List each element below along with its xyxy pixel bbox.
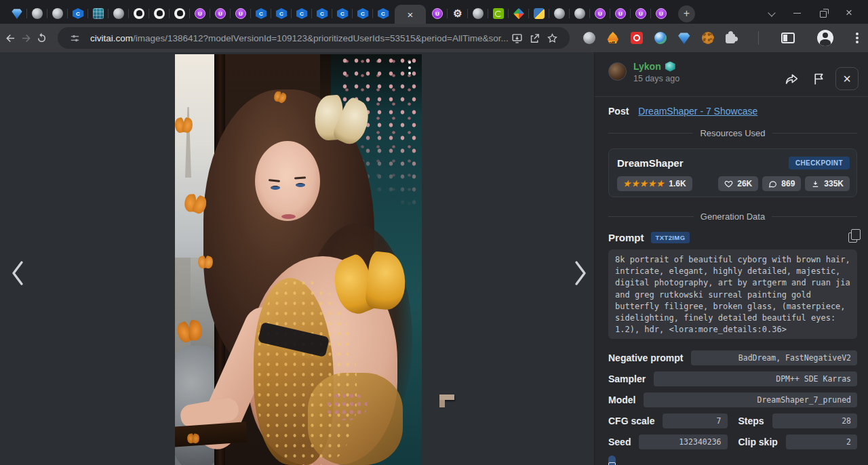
share-icon[interactable] <box>526 29 544 47</box>
extension-cookie-icon[interactable] <box>702 32 714 44</box>
extension-sphere-icon[interactable] <box>654 32 667 44</box>
checkpoint-badge[interactable]: CHECKPOINT <box>789 157 850 169</box>
steps-label: Steps <box>738 416 764 426</box>
tab-close-icon[interactable] <box>408 9 414 20</box>
civitai-favicon <box>276 8 287 19</box>
heart-icon <box>724 180 733 188</box>
extensions-puzzle-icon[interactable] <box>726 34 735 43</box>
negative-prompt-value[interactable]: BadDream, FastNegativeV2 <box>691 350 857 365</box>
extensions-row: off <box>583 30 868 46</box>
github-favicon <box>174 8 185 19</box>
new-tab-button[interactable] <box>678 5 695 22</box>
pinned-tab-globe[interactable] <box>108 4 129 23</box>
pinned-tab-python[interactable] <box>529 4 549 23</box>
pinned-tab-globe[interactable] <box>47 4 68 23</box>
butterfly-orange-graphic <box>187 434 199 443</box>
pinned-tab-globe[interactable] <box>549 4 570 23</box>
author-name[interactable]: Lykon <box>633 61 661 72</box>
comments-pill[interactable]: 869 <box>762 176 801 191</box>
pinned-tab-github[interactable] <box>149 4 170 23</box>
star-rating-icons <box>623 179 665 188</box>
post-link[interactable]: DreamShaper - 7 Showcase <box>638 106 757 117</box>
pinned-tab-u[interactable] <box>190 4 210 23</box>
extension-fire-off-icon[interactable]: off <box>607 32 619 44</box>
pinned-tab-git[interactable] <box>509 4 529 23</box>
likes-pill[interactable]: 26K <box>718 176 758 191</box>
model-value[interactable]: DreamShaper_7_pruned <box>644 392 857 407</box>
window-close-button[interactable] <box>845 9 853 17</box>
site-info-icon[interactable] <box>66 29 83 47</box>
cfg-scale-value[interactable]: 7 <box>663 413 727 428</box>
extension-globe-icon[interactable] <box>583 32 595 44</box>
browser-menu-icon[interactable] <box>856 37 859 39</box>
tab-search-chevron-icon[interactable] <box>768 9 776 17</box>
previous-image-button[interactable] <box>7 260 30 287</box>
clip-skip-label: Clip skip <box>738 437 778 447</box>
pinned-tab-civitai[interactable] <box>353 4 373 23</box>
pinned-tab-u[interactable] <box>631 4 651 23</box>
extension-red-o-icon[interactable] <box>631 32 643 44</box>
pinned-tab-github[interactable] <box>170 4 190 23</box>
copy-generation-data-button[interactable] <box>608 456 616 465</box>
pinned-tab-globe[interactable] <box>468 4 488 23</box>
pinned-tab-u[interactable] <box>231 4 251 23</box>
copy-icon <box>608 462 616 465</box>
next-image-button[interactable] <box>568 260 591 287</box>
profile-avatar-button[interactable] <box>817 30 833 46</box>
author-avatar[interactable] <box>608 62 627 81</box>
install-icon[interactable] <box>509 29 526 47</box>
download-icon <box>811 180 820 188</box>
bookmark-star-icon[interactable] <box>544 29 561 47</box>
share-post-icon[interactable] <box>781 68 802 89</box>
steps-value[interactable]: 28 <box>772 413 857 428</box>
pinned-tab-github[interactable] <box>129 4 149 23</box>
downloads-pill[interactable]: 335K <box>805 176 850 191</box>
cfg-scale-cell: CFG scale 7 <box>608 413 728 428</box>
pinned-tab-u[interactable] <box>651 4 671 23</box>
reload-button[interactable] <box>35 28 48 48</box>
side-panel-icon[interactable] <box>781 33 795 43</box>
pinned-tab-globe[interactable] <box>570 4 590 23</box>
pinned-tab-u[interactable] <box>590 4 610 23</box>
header-actions <box>781 61 859 96</box>
report-flag-icon[interactable] <box>808 68 829 89</box>
pinned-tab-nvidia[interactable] <box>488 4 509 23</box>
prompt-text[interactable]: 8k portrait of beautiful cyborg with bro… <box>608 249 857 339</box>
image-options-menu-icon[interactable] <box>408 61 411 64</box>
resource-card[interactable]: DreamShaper CHECKPOINT 1.6K 26K <box>608 148 857 197</box>
pinned-tab-civitai[interactable] <box>292 4 312 23</box>
minimize-button[interactable] <box>793 9 802 17</box>
pinned-tab-civitai[interactable] <box>68 4 88 23</box>
resource-name[interactable]: DreamShaper <box>617 157 684 169</box>
pinned-tab-gem[interactable] <box>7 4 27 23</box>
copy-prompt-icon[interactable] <box>848 232 857 243</box>
address-bar[interactable]: civitai.com/images/1386412?modelVersionI… <box>58 27 570 49</box>
back-button[interactable] <box>4 28 17 48</box>
pinned-tab-civitai[interactable] <box>312 4 332 23</box>
pinned-tab-u[interactable] <box>610 4 631 23</box>
pinned-tab-civitai[interactable] <box>271 4 292 23</box>
u-favicon <box>235 8 246 19</box>
pinned-tab-civitai[interactable] <box>373 4 393 23</box>
seed-value[interactable]: 132340236 <box>639 434 727 449</box>
sampler-value[interactable]: DPM++ SDE Karras <box>654 371 857 386</box>
browser-toolbar: civitai.com/images/1386412?modelVersionI… <box>0 24 868 52</box>
pinned-tab-store[interactable] <box>88 4 108 23</box>
generated-image[interactable] <box>175 54 422 465</box>
clip-skip-value[interactable]: 2 <box>786 434 857 449</box>
pinned-tab-u[interactable] <box>427 4 448 23</box>
pinned-tab-u[interactable] <box>210 4 231 23</box>
restore-button[interactable] <box>819 9 827 17</box>
civitai-favicon <box>296 8 307 19</box>
forward-button[interactable] <box>20 28 33 48</box>
github-favicon <box>134 8 144 19</box>
active-tab[interactable] <box>395 5 426 24</box>
pinned-tab-civitai[interactable] <box>332 4 353 23</box>
pinned-tab-globe[interactable] <box>27 4 47 23</box>
pinned-tab-civitai[interactable] <box>251 4 271 23</box>
pinned-tab-gear[interactable] <box>448 4 468 23</box>
url-text[interactable]: civitai.com/images/1386412?modelVersionI… <box>90 33 509 43</box>
extension-gem-icon[interactable] <box>678 32 690 44</box>
close-panel-button[interactable] <box>835 67 859 90</box>
rating-pill[interactable]: 1.6K <box>617 176 692 191</box>
